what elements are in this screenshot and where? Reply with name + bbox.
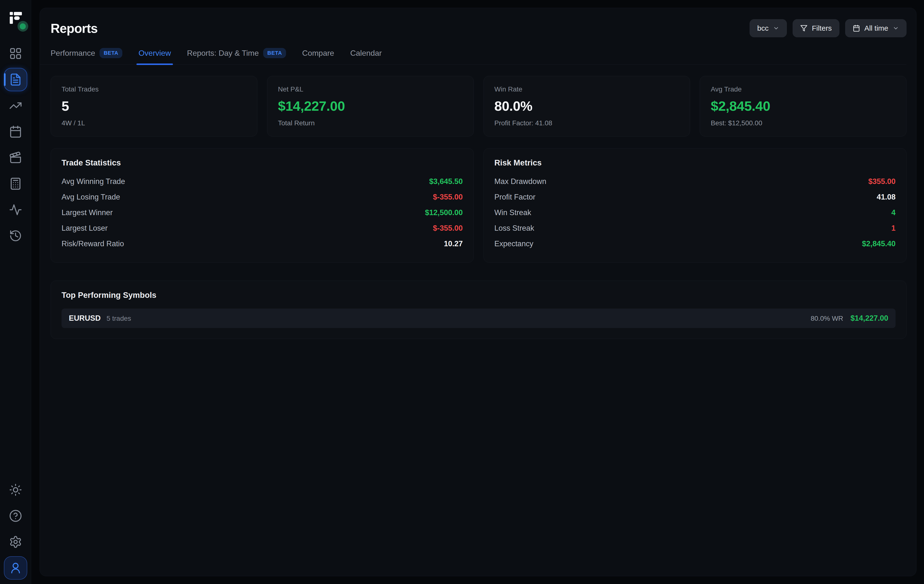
table-row: Risk/Reward Ratio 10.27 [61, 236, 463, 251]
theme-toggle[interactable] [4, 478, 27, 501]
stat-cards-row: Total Trades 5 4W / 1L Net P&L $14,227.0… [51, 76, 906, 137]
beta-badge: BETA [263, 48, 286, 58]
stat-card-net-pnl: Net P&L $14,227.00 Total Return [267, 76, 474, 137]
app-logo[interactable] [7, 9, 24, 27]
sidebar-item-calendar[interactable] [4, 120, 27, 143]
top-symbols-panel: Top Performing Symbols EURUSD 5 trades 8… [51, 281, 906, 339]
row-label: Risk/Reward Ratio [61, 240, 124, 248]
row-label: Max Drawdown [495, 177, 546, 186]
profile-button[interactable] [4, 556, 27, 580]
logo-status-ring [18, 21, 28, 31]
stat-sub: Total Return [278, 119, 463, 127]
stat-card-total-trades: Total Trades 5 4W / 1L [51, 76, 257, 137]
risk-metrics-rows: Max Drawdown $355.00 Profit Factor 41.08… [495, 174, 896, 251]
logo-f-mid [14, 16, 20, 20]
history-icon [9, 229, 22, 242]
stat-value: 80.0% [495, 98, 679, 114]
trending-up-icon [9, 99, 22, 112]
replay-clapperboard-icon [9, 151, 22, 164]
logo-i-bar [10, 17, 13, 24]
tab-compare[interactable]: Compare [302, 48, 334, 65]
table-row: Avg Winning Trade $3,645.50 [61, 174, 463, 189]
activity-icon [9, 203, 22, 216]
table-row: Profit Factor 41.08 [495, 189, 896, 205]
tab-performance[interactable]: Performance BETA [51, 48, 122, 65]
tab-label: Compare [302, 49, 334, 58]
row-label: Avg Winning Trade [61, 177, 125, 186]
stat-sub: 4W / 1L [61, 119, 246, 127]
table-row: Largest Winner $12,500.00 [61, 205, 463, 220]
tab-label: Overview [139, 49, 171, 58]
tab-reports-day-time[interactable]: Reports: Day & Time BETA [187, 48, 286, 65]
account-selector-label: bcc [757, 24, 769, 32]
beta-badge: BETA [99, 48, 122, 58]
sidebar-item-trends[interactable] [4, 94, 27, 117]
row-value: $-355.00 [433, 193, 463, 202]
settings-gear-icon [9, 535, 22, 548]
tab-label: Reports: Day & Time [187, 49, 259, 58]
row-label: Loss Streak [495, 224, 535, 233]
app-window: Reports bcc Filters All time Per [0, 0, 924, 584]
sidebar-item-replay[interactable] [4, 146, 27, 169]
table-row: Avg Losing Trade $-355.00 [61, 189, 463, 205]
stat-label: Avg Trade [711, 85, 896, 93]
row-value: 1 [891, 224, 896, 233]
stat-card-win-rate: Win Rate 80.0% Profit Factor: 41.08 [483, 76, 690, 137]
date-range-label: All time [865, 24, 888, 32]
filter-funnel-icon [800, 25, 807, 32]
stat-card-avg-trade: Avg Trade $2,845.40 Best: $12,500.00 [700, 76, 906, 137]
logo-status-dot [20, 23, 26, 30]
sidebar-item-dashboard[interactable] [4, 42, 27, 65]
row-value: 41.08 [876, 193, 896, 202]
panel-title: Risk Metrics [495, 158, 896, 167]
row-value: 4 [891, 208, 896, 217]
symbol-info: EURUSD 5 trades [69, 314, 131, 323]
stats-panels: Trade Statistics Avg Winning Trade $3,64… [51, 148, 906, 263]
stat-label: Win Rate [495, 85, 679, 93]
symbol-trade-count: 5 trades [107, 314, 131, 323]
sidebar-item-history[interactable] [4, 224, 27, 248]
row-value: $3,645.50 [429, 177, 463, 186]
tab-overview[interactable]: Overview [139, 48, 171, 65]
main-header: Reports bcc Filters All time [51, 19, 906, 37]
calculator-icon [9, 177, 22, 190]
filters-label: Filters [812, 24, 832, 32]
trade-statistics-panel: Trade Statistics Avg Winning Trade $3,64… [51, 148, 474, 263]
row-value: $2,845.40 [862, 240, 896, 248]
date-range-button[interactable]: All time [845, 19, 906, 37]
panel-title: Top Performing Symbols [61, 291, 896, 300]
chevron-down-icon [893, 25, 899, 31]
stat-value: $14,227.00 [278, 98, 463, 114]
row-value: $12,500.00 [425, 208, 463, 217]
chevron-down-icon [773, 25, 779, 31]
row-label: Largest Winner [61, 208, 112, 217]
tab-label: Calendar [350, 49, 382, 58]
settings-button[interactable] [4, 530, 27, 554]
row-value: $-355.00 [433, 224, 463, 233]
help-button[interactable] [4, 504, 27, 528]
row-label: Profit Factor [495, 193, 536, 202]
dashboard-grid-icon [9, 47, 22, 60]
tab-calendar[interactable]: Calendar [350, 48, 382, 65]
theme-sun-icon [9, 483, 22, 496]
row-label: Win Streak [495, 208, 531, 217]
stat-label: Net P&L [278, 85, 463, 93]
row-value: 10.27 [444, 240, 463, 248]
symbol-row-eurusd[interactable]: EURUSD 5 trades 80.0% WR $14,227.00 [61, 309, 896, 328]
sidebar-item-calculator[interactable] [4, 172, 27, 195]
reports-file-icon [9, 73, 22, 86]
symbol-name: EURUSD [69, 314, 101, 323]
account-selector-button[interactable]: bcc [750, 19, 787, 37]
logo-i-dot [10, 12, 13, 15]
filters-button[interactable]: Filters [793, 19, 839, 37]
sidebar-bottom [4, 478, 27, 580]
profile-user-icon [9, 561, 22, 574]
symbol-stats: 80.0% WR $14,227.00 [811, 314, 888, 323]
header-actions: bcc Filters All time [750, 19, 906, 37]
table-row: Expectancy $2,845.40 [495, 236, 896, 251]
row-label: Avg Losing Trade [61, 193, 120, 202]
row-label: Largest Loser [61, 224, 108, 233]
sidebar-item-reports[interactable] [4, 68, 27, 91]
panel-title: Trade Statistics [61, 158, 463, 167]
sidebar-item-activity[interactable] [4, 198, 27, 222]
